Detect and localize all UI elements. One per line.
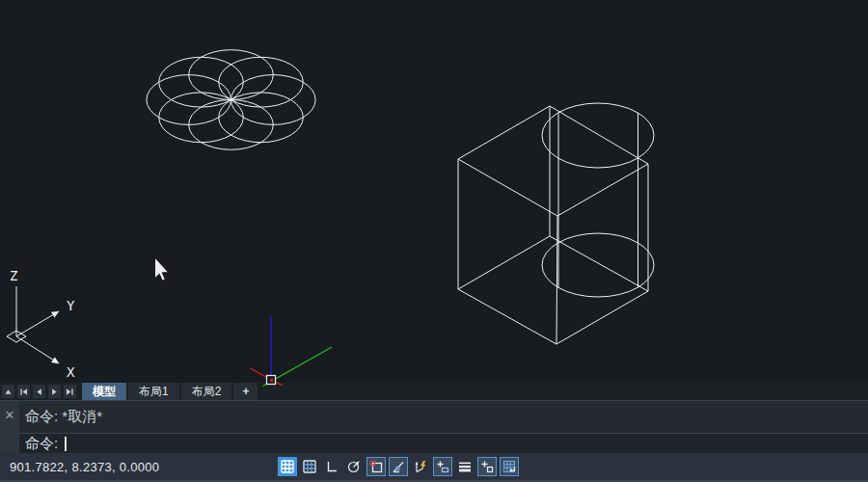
command-history-text: 命令: *取消*: [25, 408, 102, 426]
add-layout-tab[interactable]: +: [233, 383, 258, 400]
workspace-switch-icon[interactable]: [500, 457, 519, 476]
next-tab-button[interactable]: [48, 385, 61, 398]
ucs-z-label: Z: [10, 268, 17, 283]
first-tab-button[interactable]: [17, 385, 30, 398]
next-tab-icon: [49, 387, 60, 397]
ucs-y-label: Y: [67, 298, 75, 313]
text-cursor: [65, 437, 67, 451]
cylinder-wireframe-entity[interactable]: [542, 103, 654, 297]
layout-list-button[interactable]: [2, 385, 14, 398]
tab-layout1[interactable]: 布局1: [128, 383, 179, 400]
snap-mode-icon[interactable]: [300, 457, 319, 476]
tab-layout2[interactable]: 布局2: [181, 383, 232, 400]
lineweight-icon[interactable]: [455, 457, 475, 476]
object-snap-tracking-icon[interactable]: [389, 457, 408, 476]
tab-model[interactable]: 模型: [82, 383, 126, 400]
command-history-line: 命令: *取消*: [19, 401, 868, 434]
grid-display-icon[interactable]: [278, 457, 297, 476]
close-command-panel-icon[interactable]: ✕: [5, 409, 15, 421]
circle-rosette-entity[interactable]: [147, 50, 315, 150]
box-wireframe-entity[interactable]: [458, 106, 648, 344]
previous-tab-button[interactable]: [33, 385, 45, 398]
ucs-x-label: X: [67, 364, 75, 380]
object-snap-icon[interactable]: [366, 457, 386, 476]
polar-tracking-icon[interactable]: [344, 457, 364, 476]
cad-window: Z Y X: [0, 0, 868, 482]
coordinate-readout[interactable]: 901.7822, 8.2373, 0.0000: [10, 460, 159, 474]
quick-properties-icon[interactable]: [477, 457, 497, 476]
first-tab-icon: [18, 387, 29, 397]
triangle-up-icon: [3, 387, 14, 397]
dynamic-input-icon[interactable]: [433, 457, 452, 476]
previous-tab-icon: [34, 387, 44, 397]
layout-tab-bar: 模型 布局1 布局2 +: [0, 383, 868, 400]
status-bar: 901.7822, 8.2373, 0.0000: [0, 453, 868, 482]
command-input-line[interactable]: 命令:: [19, 434, 868, 453]
command-line-panel: ✕ 命令: *取消* 命令:: [0, 400, 868, 453]
ortho-mode-icon[interactable]: [322, 457, 341, 476]
command-prompt-text: 命令:: [25, 435, 58, 453]
status-toggle-tray: [278, 457, 519, 476]
ucs-icon[interactable]: Z Y X: [7, 268, 75, 380]
dynamic-ucs-icon[interactable]: [411, 457, 430, 476]
last-tab-icon: [65, 387, 75, 397]
drawing-viewport[interactable]: Z Y X: [0, 0, 868, 383]
command-panel-side-strip: ✕: [0, 401, 19, 453]
last-tab-button[interactable]: [64, 385, 76, 398]
